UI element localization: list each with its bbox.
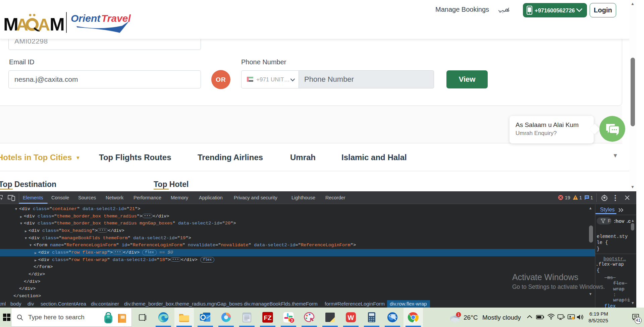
svg-text:A: A bbox=[38, 15, 50, 34]
svg-text:1: 1 bbox=[458, 313, 460, 317]
svg-text:M: M bbox=[50, 14, 64, 34]
svg-text:Orient: Orient bbox=[71, 13, 101, 24]
svg-text:M: M bbox=[3, 14, 17, 34]
svg-text:FZ: FZ bbox=[264, 314, 272, 321]
svg-text:3: 3 bbox=[291, 318, 293, 322]
svg-text:Travel: Travel bbox=[101, 13, 131, 24]
svg-text:W: W bbox=[348, 314, 354, 321]
